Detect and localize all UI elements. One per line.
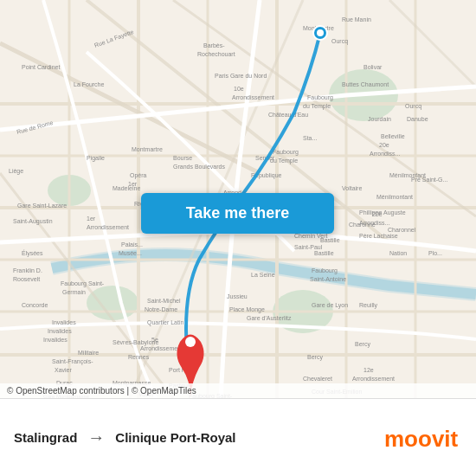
svg-text:Bolivar: Bolivar: [363, 64, 383, 70]
take-me-there-button[interactable]: Take me there: [141, 193, 334, 234]
svg-text:1er: 1er: [87, 215, 96, 222]
svg-text:du Temple: du Temple: [270, 158, 298, 164]
moovit-logo: moovit: [384, 422, 462, 453]
svg-text:Saint-Paul: Saint-Paul: [294, 244, 323, 250]
svg-text:Invalides: Invalides: [43, 337, 68, 343]
svg-text:du Temple: du Temple: [303, 103, 331, 110]
svg-text:La Fourche: La Fourche: [74, 81, 105, 87]
svg-text:Rochechouart: Rochechouart: [197, 51, 235, 57]
svg-text:Bastille: Bastille: [320, 237, 340, 243]
svg-text:Rue Manin: Rue Manin: [342, 16, 371, 23]
svg-text:Palais...: Palais...: [121, 241, 143, 248]
svg-text:20e: 20e: [379, 142, 389, 148]
origin-name: Stalingrad: [14, 430, 77, 445]
svg-text:Barbès-: Barbès-: [203, 42, 225, 48]
svg-text:Ménilmontant: Ménilmontant: [389, 172, 426, 178]
svg-text:Montmartre: Montmartre: [132, 146, 163, 152]
svg-text:Faubourg: Faubourg: [273, 149, 299, 156]
svg-text:Arrondissement: Arrondissement: [87, 224, 129, 230]
svg-text:Arrondissement: Arrondissement: [352, 376, 395, 382]
svg-text:Bastille: Bastille: [314, 250, 334, 256]
svg-text:Germain: Germain: [62, 289, 86, 295]
svg-text:Jussieu: Jussieu: [227, 293, 248, 299]
svg-text:Militaire: Militaire: [78, 350, 99, 356]
svg-text:Saint-Michel: Saint-Michel: [147, 298, 181, 304]
button-label: Take me there: [186, 204, 290, 222]
arrow-icon: →: [87, 428, 105, 447]
svg-text:Ourcq: Ourcq: [405, 103, 421, 110]
svg-text:moovit: moovit: [384, 426, 459, 452]
svg-text:5e: 5e: [151, 337, 158, 343]
svg-text:Pigalle: Pigalle: [87, 155, 105, 162]
svg-text:Voltaire: Voltaire: [342, 185, 362, 191]
svg-point-4: [87, 286, 138, 320]
svg-text:Xavier: Xavier: [55, 367, 73, 373]
svg-text:Charonnel: Charonnel: [388, 227, 416, 233]
svg-text:Gare de Lyon: Gare de Lyon: [312, 302, 348, 309]
svg-text:Château d'Eau: Château d'Eau: [268, 112, 308, 118]
attribution-text: © OpenStreetMap contributors | © OpenMap…: [7, 386, 196, 396]
svg-text:Arrondissement: Arrondissement: [140, 345, 183, 351]
svg-text:Danube: Danube: [407, 116, 428, 122]
svg-point-128: [185, 337, 196, 347]
svg-text:Reuilly: Reuilly: [359, 302, 378, 309]
svg-text:Notre-Dame: Notre-Dame: [145, 306, 177, 312]
svg-text:Bercy: Bercy: [307, 354, 323, 361]
svg-text:Liège: Liège: [9, 168, 23, 175]
svg-text:Rennes: Rennes: [128, 354, 150, 360]
svg-text:Gare Saint-Lazare: Gare Saint-Lazare: [17, 203, 67, 209]
svg-text:La Seine: La Seine: [251, 272, 275, 278]
svg-text:Faubourg: Faubourg: [307, 94, 333, 101]
svg-text:Roosevelt: Roosevelt: [13, 276, 40, 282]
svg-text:Musée...: Musée...: [119, 250, 142, 256]
svg-text:Concorde: Concorde: [22, 302, 48, 308]
svg-text:Saint-Antoine: Saint-Antoine: [310, 276, 346, 282]
svg-text:1er: 1er: [128, 181, 138, 187]
svg-text:Invalides: Invalides: [48, 328, 72, 334]
bottom-bar: Stalingrad → Clinique Port-Royal moovit: [0, 398, 476, 476]
svg-text:Gare d'Austerlitz: Gare d'Austerlitz: [247, 315, 292, 321]
map-attribution: © OpenStreetMap contributors | © OpenMap…: [0, 383, 476, 398]
svg-text:Bourse: Bourse: [173, 155, 192, 161]
moovit-brand-svg: moovit: [384, 422, 462, 453]
svg-text:Père Lachaise: Père Lachaise: [359, 233, 398, 239]
svg-text:Sta...: Sta...: [303, 135, 317, 141]
svg-text:Saint-François-: Saint-François-: [52, 358, 93, 365]
svg-text:Paris Gare du Nord: Paris Gare du Nord: [215, 73, 267, 79]
svg-text:Faubourg: Faubourg: [312, 267, 338, 274]
svg-text:10e: 10e: [234, 86, 244, 92]
svg-text:Quartier Latin: Quartier Latin: [147, 319, 184, 326]
svg-text:Charonne: Charonne: [349, 222, 376, 228]
svg-text:Ménilmontant: Ménilmontant: [376, 194, 413, 200]
svg-text:Faubourg Saint-: Faubourg Saint-: [61, 280, 105, 287]
svg-text:Bercy: Bercy: [355, 341, 370, 348]
svg-text:12e: 12e: [363, 367, 374, 373]
svg-text:Grands Boulevards: Grands Boulevards: [173, 164, 225, 170]
svg-text:Arrondiss...: Arrondiss...: [370, 151, 400, 157]
svg-text:Jourdain: Jourdain: [368, 116, 391, 122]
svg-text:Franklin D.: Franklin D.: [13, 267, 42, 273]
destination-name: Clinique Port-Royal: [115, 430, 235, 445]
svg-text:Point Cardinet: Point Cardinet: [22, 64, 60, 70]
svg-text:Élysées: Élysées: [22, 249, 43, 257]
svg-text:Saint-Augustin: Saint-Augustin: [13, 218, 53, 225]
svg-text:Buttes Chaumont: Buttes Chaumont: [342, 81, 389, 87]
svg-text:Nation: Nation: [389, 250, 407, 256]
svg-text:Chevaleret: Chevaleret: [303, 376, 332, 382]
svg-text:Invalides: Invalides: [52, 319, 76, 325]
svg-text:Plo...: Plo...: [428, 250, 442, 256]
route-info: Stalingrad → Clinique Port-Royal: [14, 428, 384, 447]
svg-text:Place Monge: Place Monge: [229, 306, 265, 313]
svg-point-127: [317, 29, 324, 36]
svg-text:Ourcq: Ourcq: [331, 38, 348, 45]
map-container: Rue La Fayette Rue Manin Rue de Rome Liè…: [0, 0, 476, 398]
svg-text:Arrondissement: Arrondissement: [232, 94, 274, 100]
svg-text:Opéra: Opéra: [130, 172, 147, 179]
svg-text:Belleville: Belleville: [381, 133, 405, 139]
svg-text:Phillippe Auguste: Phillippe Auguste: [359, 209, 406, 216]
